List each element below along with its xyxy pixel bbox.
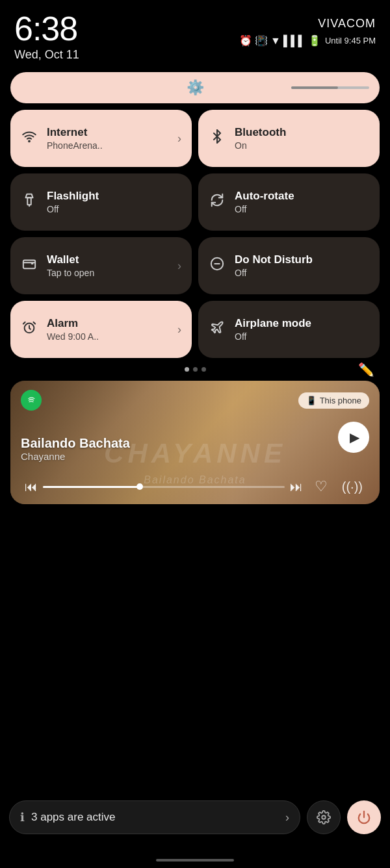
tile-alarm-text: Alarm Wed 9:00 A.. xyxy=(47,317,168,342)
clock: 6:38 xyxy=(14,12,79,45)
tile-flashlight[interactable]: Flashlight Off xyxy=(10,173,192,231)
tile-dnd-text: Do Not Disturb Off xyxy=(235,253,369,278)
this-phone-badge: 📱 This phone xyxy=(298,392,369,409)
alarm-icon xyxy=(21,320,38,338)
svg-point-7 xyxy=(27,396,36,405)
brightness-fill xyxy=(291,86,338,89)
tile-internet-subtitle: PhoneArena.. xyxy=(47,140,168,151)
dnd-icon xyxy=(209,257,226,275)
tile-autorotate-title: Auto-rotate xyxy=(235,190,369,203)
tile-dnd-title: Do Not Disturb xyxy=(235,253,369,266)
chevron-right-icon: › xyxy=(285,811,289,824)
tile-alarm-title: Alarm xyxy=(47,317,168,330)
autorotate-icon xyxy=(209,193,226,211)
power-button[interactable] xyxy=(347,800,381,834)
flashlight-icon xyxy=(21,193,38,211)
music-middle: Bailando Bachata Chayanne ▶ xyxy=(21,422,369,462)
tile-airplane[interactable]: Airplane mode Off xyxy=(198,301,380,358)
internet-arrow: › xyxy=(177,132,181,146)
tile-dnd[interactable]: Do Not Disturb Off xyxy=(198,237,380,294)
active-apps-pill[interactable]: ℹ 3 apps are active › xyxy=(9,800,300,834)
tile-wallet[interactable]: Wallet Tap to open › xyxy=(10,237,192,294)
tile-autorotate[interactable]: Auto-rotate Off xyxy=(198,173,380,231)
this-phone-label: This phone xyxy=(320,396,361,405)
signal-bars-icon: ▌▌▌ xyxy=(283,35,306,47)
tile-airplane-title: Airplane mode xyxy=(235,317,369,330)
tile-wallet-title: Wallet xyxy=(47,253,168,266)
status-bar: 6:38 Wed, Oct 11 VIVACOM ⏰ 📳 ▼ ▌▌▌ 🔋 Unt… xyxy=(0,0,390,67)
bluetooth-icon xyxy=(209,129,226,147)
tile-bluetooth-text: Bluetooth On xyxy=(235,126,369,151)
skip-back-button[interactable]: ⏮ xyxy=(21,479,42,494)
wifi-icon xyxy=(21,129,38,147)
info-icon: ℹ xyxy=(20,810,25,824)
music-info-left: Bailando Bachata Chayanne xyxy=(21,436,338,462)
play-icon: ▶ xyxy=(350,429,359,445)
music-content: 📱 This phone Bailando Bachata Chayanne ▶… xyxy=(10,381,380,504)
tile-internet-title: Internet xyxy=(47,126,168,139)
vibrate-icon: 📳 xyxy=(255,34,268,47)
dot-2 xyxy=(193,367,198,372)
progress-thumb xyxy=(136,483,143,490)
status-right: VIVACOM ⏰ 📳 ▼ ▌▌▌ 🔋 Until 9:45 PM xyxy=(239,12,376,47)
page-indicator-row: ✏️ xyxy=(0,358,390,378)
settings-button[interactable] xyxy=(307,800,341,834)
wallet-icon xyxy=(21,257,38,275)
music-player[interactable]: CHAYANNE Bailando Bachata 📱 This phone B… xyxy=(10,381,380,504)
brightness-slider[interactable]: ⚙️ xyxy=(10,72,380,103)
quick-tiles-grid: Internet PhoneArena.. › Bluetooth On Fla… xyxy=(0,110,390,358)
skip-forward-button[interactable]: ⏭ xyxy=(286,479,307,494)
tile-internet[interactable]: Internet PhoneArena.. › xyxy=(10,110,192,167)
battery-text: Until 9:45 PM xyxy=(325,36,376,45)
brightness-icon: ⚙️ xyxy=(187,79,204,96)
svg-rect-1 xyxy=(27,198,31,205)
music-top-bar: 📱 This phone xyxy=(21,390,369,411)
home-indicator xyxy=(156,859,234,862)
brightness-track xyxy=(291,86,369,89)
music-artist: Chayanne xyxy=(21,451,338,462)
tile-alarm-subtitle: Wed 9:00 A.. xyxy=(47,331,168,342)
page-dots xyxy=(185,367,206,372)
alarm-status-icon: ⏰ xyxy=(239,34,252,47)
svg-point-8 xyxy=(322,815,326,819)
dot-1 xyxy=(185,367,189,372)
tile-autorotate-text: Auto-rotate Off xyxy=(235,190,369,214)
like-button[interactable]: ♡ xyxy=(308,478,334,495)
edit-icon[interactable]: ✏️ xyxy=(358,362,374,377)
tile-airplane-subtitle: Off xyxy=(235,331,369,342)
wallet-arrow: › xyxy=(177,259,181,273)
alarm-arrow: › xyxy=(177,323,181,337)
phone-icon: 📱 xyxy=(306,396,317,405)
tile-flashlight-subtitle: Off xyxy=(47,204,181,214)
status-icons: ⏰ 📳 ▼ ▌▌▌ 🔋 Until 9:45 PM xyxy=(239,34,376,47)
tile-dnd-subtitle: Off xyxy=(235,268,369,278)
svg-rect-3 xyxy=(23,261,35,269)
tile-bluetooth-title: Bluetooth xyxy=(235,126,369,139)
signal-icon: ▼ xyxy=(270,35,281,47)
time-date-group: 6:38 Wed, Oct 11 xyxy=(14,12,79,62)
cast-button[interactable]: ((·)) xyxy=(335,479,369,494)
battery-icon: 🔋 xyxy=(308,34,321,47)
brightness-row[interactable]: ⚙️ xyxy=(10,72,380,103)
tile-airplane-text: Airplane mode Off xyxy=(235,317,369,342)
dot-3 xyxy=(202,367,206,372)
spotify-icon xyxy=(21,390,42,411)
airplane-icon xyxy=(209,320,226,338)
music-title: Bailando Bachata xyxy=(21,436,338,451)
carrier: VIVACOM xyxy=(318,17,376,31)
tile-autorotate-subtitle: Off xyxy=(235,204,369,214)
tile-wallet-subtitle: Tap to open xyxy=(47,268,168,278)
tile-wallet-text: Wallet Tap to open xyxy=(47,253,168,278)
tile-flashlight-text: Flashlight Off xyxy=(47,190,181,214)
svg-point-0 xyxy=(29,140,30,142)
tile-internet-text: Internet PhoneArena.. xyxy=(47,126,168,151)
tile-bluetooth[interactable]: Bluetooth On xyxy=(198,110,380,167)
play-pause-button[interactable]: ▶ xyxy=(338,422,369,453)
tile-flashlight-title: Flashlight xyxy=(47,190,181,203)
active-apps-bar: ℹ 3 apps are active › xyxy=(9,800,381,834)
music-bottom-controls: ⏮ ⏭ ♡ ((·)) xyxy=(21,478,369,495)
active-apps-text: 3 apps are active xyxy=(31,811,279,824)
tile-alarm[interactable]: Alarm Wed 9:00 A.. › xyxy=(10,301,192,358)
music-progress[interactable] xyxy=(43,486,285,488)
date: Wed, Oct 11 xyxy=(14,48,79,62)
